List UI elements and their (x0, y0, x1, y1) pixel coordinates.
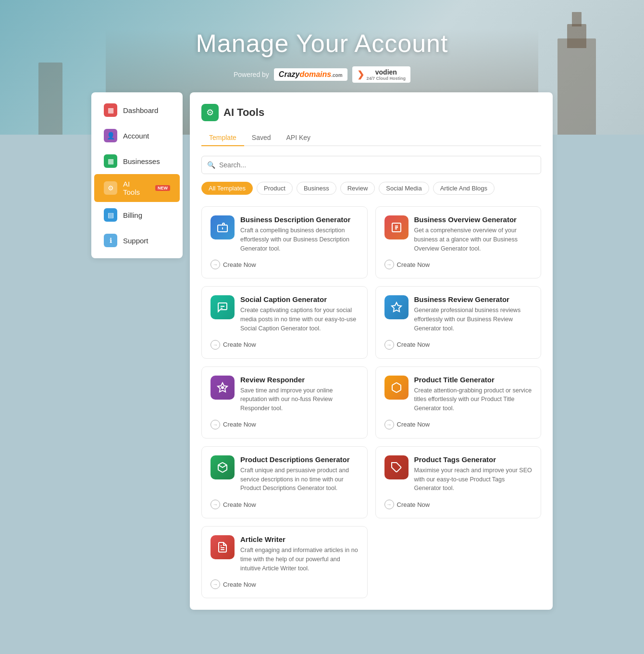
tool-icon-product-tags (384, 455, 409, 479)
page-title: Manage Your Account (0, 0, 644, 58)
sidebar-icon-ai-tools: ⚙ (104, 181, 117, 195)
sidebar-icon-businesses: ▦ (104, 154, 117, 168)
tool-desc-business-desc: Craft a compelling business description … (240, 226, 359, 253)
sidebar-label-dashboard: Dashboard (123, 106, 158, 114)
sidebar-label-businesses: Businesses (123, 157, 160, 165)
sidebar-item-billing[interactable]: ▤Billing (94, 202, 180, 227)
create-now-icon-business-desc: → (211, 260, 220, 269)
tool-body-product-desc: Product Descriptions Generator Craft uni… (240, 455, 359, 493)
tool-card-business-review[interactable]: Business Review Generator Generate profe… (375, 286, 542, 358)
tool-body-article-writer: Article Writer Craft engaging and inform… (240, 535, 359, 573)
create-now-label-product-tags: Create Now (397, 501, 430, 508)
filter-article-blogs[interactable]: Article And Blogs (433, 182, 495, 195)
sidebar-item-ai-tools[interactable]: ⚙AI ToolsNEW (94, 174, 180, 202)
tool-icon-social-caption (211, 295, 235, 319)
create-now-icon-product-desc: → (211, 500, 220, 509)
tool-name-product-title: Product Title Generator (414, 376, 533, 384)
tool-icon-product-title (384, 376, 409, 400)
tool-name-business-review: Business Review Generator (414, 295, 533, 303)
create-now-article-writer[interactable]: → Create Now (211, 579, 359, 589)
sidebar-icon-dashboard: ▦ (104, 103, 117, 117)
tool-name-social-caption: Social Caption Generator (240, 295, 359, 303)
tool-name-article-writer: Article Writer (240, 535, 359, 543)
tool-card-business-overview[interactable]: Business Overview Generator Get a compre… (375, 206, 542, 278)
tab-api-key[interactable]: API Key (279, 130, 319, 146)
tool-card-product-tags[interactable]: Product Tags Generator Maximise your rea… (375, 446, 542, 518)
tool-card-header: Product Tags Generator Maximise your rea… (384, 455, 533, 493)
filter-social-media[interactable]: Social Media (379, 182, 429, 195)
tool-desc-product-title: Create attention-grabbing product or ser… (414, 386, 533, 413)
filter-review[interactable]: Review (340, 182, 375, 195)
tool-card-review-responder[interactable]: Review Responder Save time and improve y… (201, 366, 368, 439)
search-input[interactable] (201, 156, 541, 174)
tool-card-article-writer[interactable]: Article Writer Craft engaging and inform… (201, 526, 368, 598)
sidebar-label-ai-tools: AI Tools (123, 180, 148, 196)
tool-card-product-title[interactable]: Product Title Generator Create attention… (375, 366, 542, 439)
create-now-product-tags[interactable]: → Create Now (384, 500, 533, 509)
vodien-logo: ❯ vodien 24/7 Cloud Hosting (352, 66, 411, 83)
create-now-label-review-responder: Create Now (223, 421, 256, 428)
tool-icon-product-desc (211, 455, 235, 479)
sidebar-icon-account: 👤 (104, 129, 117, 142)
create-now-product-desc[interactable]: → Create Now (211, 500, 359, 509)
content-title: AI Tools (223, 106, 264, 119)
sidebar-label-billing: Billing (123, 211, 142, 219)
tool-icon-business-review (384, 295, 409, 319)
tool-body-business-desc: Business Description Generator Craft a c… (240, 215, 359, 253)
tool-card-social-caption[interactable]: Social Caption Generator Create captivat… (201, 286, 368, 358)
svg-marker-5 (392, 302, 401, 312)
tools-grid: Business Description Generator Craft a c… (201, 206, 541, 598)
tab-saved[interactable]: Saved (244, 130, 279, 146)
tool-name-review-responder: Review Responder (240, 376, 359, 384)
create-now-business-overview[interactable]: → Create Now (384, 260, 533, 269)
tool-body-social-caption: Social Caption Generator Create captivat… (240, 295, 359, 333)
create-now-business-desc[interactable]: → Create Now (211, 260, 359, 269)
sidebar-item-account[interactable]: 👤Account (94, 123, 180, 148)
powered-by-section: Powered by Crazydomains.com ❯ vodien 24/… (0, 66, 644, 83)
tool-name-business-overview: Business Overview Generator (414, 215, 533, 224)
tool-icon-article-writer (211, 535, 235, 559)
create-now-icon-review-responder: → (211, 420, 220, 429)
tool-body-product-tags: Product Tags Generator Maximise your rea… (414, 455, 533, 493)
tab-template[interactable]: Template (201, 130, 244, 146)
filter-product[interactable]: Product (257, 182, 293, 195)
tool-icon-review-responder (211, 376, 235, 400)
search-bar[interactable]: 🔍 (201, 156, 541, 174)
content-area: ⚙ AI Tools TemplateSavedAPI Key 🔍 All Te… (190, 92, 553, 610)
create-now-icon-article-writer: → (211, 579, 220, 589)
tool-icon-business-overview (384, 215, 409, 239)
svg-point-7 (221, 386, 224, 389)
create-now-icon-product-tags: → (384, 500, 394, 509)
sidebar-item-dashboard[interactable]: ▦Dashboard (94, 98, 180, 123)
create-now-icon-business-overview: → (384, 260, 394, 269)
tool-desc-business-overview: Get a comprehensive overview of your bus… (414, 226, 533, 253)
create-now-business-review[interactable]: → Create Now (384, 340, 533, 350)
create-now-label-business-desc: Create Now (223, 261, 256, 268)
create-now-label-social-caption: Create Now (223, 341, 256, 348)
tool-body-business-review: Business Review Generator Generate profe… (414, 295, 533, 333)
tool-desc-business-review: Generate professional business reviews e… (414, 306, 533, 333)
create-now-review-responder[interactable]: → Create Now (211, 420, 359, 429)
filter-business[interactable]: Business (297, 182, 336, 195)
create-now-label-article-writer: Create Now (223, 581, 256, 588)
main-container: ▦Dashboard👤Account▦Businesses⚙AI ToolsNE… (82, 92, 562, 610)
tool-icon-business-desc (211, 215, 235, 239)
filter-all[interactable]: All Templates (201, 182, 253, 195)
tool-desc-social-caption: Create captivating captions for your soc… (240, 306, 359, 333)
new-badge: NEW (155, 185, 170, 191)
create-now-label-business-review: Create Now (397, 341, 430, 348)
tool-body-product-title: Product Title Generator Create attention… (414, 376, 533, 413)
create-now-icon-product-title: → (384, 420, 394, 429)
tool-desc-review-responder: Save time and improve your online reputa… (240, 386, 359, 413)
tool-card-header: Business Description Generator Craft a c… (211, 215, 359, 253)
create-now-product-title[interactable]: → Create Now (384, 420, 533, 429)
create-now-icon-business-review: → (384, 340, 394, 350)
tool-card-header: Review Responder Save time and improve y… (211, 376, 359, 413)
sidebar-item-businesses[interactable]: ▦Businesses (94, 149, 180, 174)
tool-name-product-tags: Product Tags Generator (414, 455, 533, 464)
create-now-social-caption[interactable]: → Create Now (211, 340, 359, 350)
tool-card-product-desc[interactable]: Product Descriptions Generator Craft uni… (201, 446, 368, 518)
tool-card-business-desc[interactable]: Business Description Generator Craft a c… (201, 206, 368, 278)
crazydomains-logo: Crazydomains.com (274, 68, 347, 81)
sidebar-item-support[interactable]: ℹSupport (94, 228, 180, 253)
